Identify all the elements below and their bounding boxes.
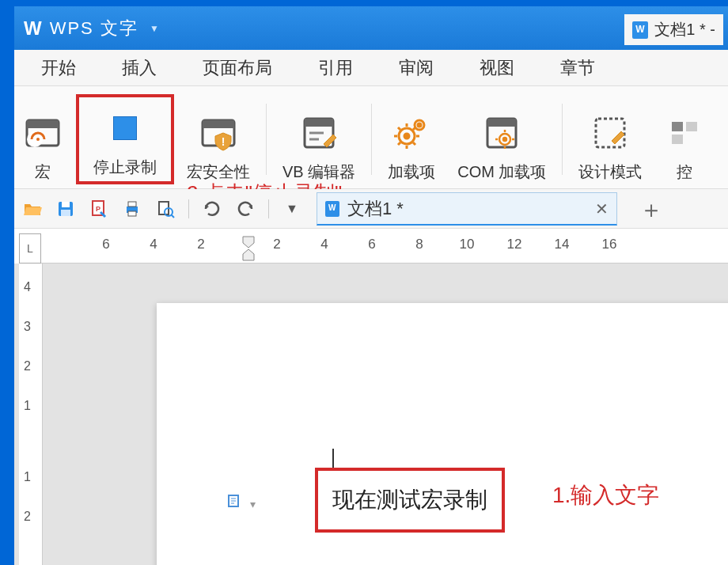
menu-sections[interactable]: 章节 [557, 51, 598, 85]
menu-insert[interactable]: 插入 [119, 51, 160, 85]
controls-button[interactable]: 控 [654, 96, 705, 183]
chevron-down-icon[interactable]: ▾ [250, 498, 256, 510]
stop-record-button[interactable]: 停止录制 [76, 94, 174, 184]
titlebar: W WPS 文字 ▼ 文档1 * - [14, 6, 728, 50]
menu-page-layout[interactable]: 页面布局 [199, 51, 275, 85]
design-mode-icon [590, 112, 631, 154]
svg-line-33 [171, 214, 174, 218]
svg-rect-5 [203, 120, 234, 128]
menubar: 开始 插入 页面布局 引用 审阅 视图 章节 [14, 50, 728, 86]
vb-editor-button[interactable]: VB 编辑器 [273, 96, 365, 183]
ribbon-divider [562, 104, 563, 175]
svg-rect-16 [487, 119, 516, 127]
ruler-area: L 6 4 2 2 4 6 8 10 12 14 16 [14, 229, 728, 264]
document-text[interactable]: 现在测试宏录制 [332, 487, 487, 512]
controls-icon [664, 112, 705, 154]
com-addins-icon [481, 112, 522, 154]
vertical-ruler[interactable]: 4 3 2 1 1 2 [19, 264, 43, 565]
document-page[interactable]: ▾ 现在测试宏录制 1.输入文字 [157, 303, 728, 565]
document-title-text: 文档1 * - [654, 19, 715, 40]
document-text-highlighted: 现在测试宏录制 [315, 468, 505, 533]
stop-record-icon [104, 108, 146, 149]
svg-rect-25 [61, 210, 70, 216]
design-mode-button[interactable]: 设计模式 [569, 96, 651, 183]
quick-access-bar: P ▼ 文档1 * ✕ ＋ [14, 189, 728, 229]
svg-rect-30 [128, 211, 136, 216]
save-icon[interactable] [55, 199, 76, 219]
toolbar-divider [268, 199, 269, 218]
annotation-input-text: 1.输入文字 [552, 480, 659, 510]
document-tab-label: 文档1 * [347, 197, 404, 221]
svg-rect-21 [686, 122, 697, 131]
new-tab-button[interactable]: ＋ [639, 194, 663, 226]
menu-references[interactable]: 引用 [315, 51, 356, 85]
svg-point-12 [404, 134, 409, 138]
toolbar-divider [188, 199, 189, 218]
macro-security-icon: ! [198, 112, 239, 154]
svg-text:P: P [96, 205, 100, 213]
svg-rect-24 [62, 202, 70, 207]
open-icon[interactable] [22, 199, 43, 219]
ribbon-divider [371, 104, 372, 175]
controls-label: 控 [677, 161, 692, 183]
document-tab[interactable]: 文档1 * ✕ [317, 192, 617, 226]
ribbon-bar: 宏 停止录制 ! 宏安全性 VB 编辑器 [14, 86, 728, 189]
svg-rect-1 [27, 120, 59, 128]
svg-rect-8 [305, 119, 333, 127]
ribbon-divider [266, 104, 267, 175]
svg-rect-22 [672, 135, 683, 144]
indent-marker-icon[interactable] [241, 235, 256, 259]
com-addins-label: COM 加载项 [457, 161, 546, 183]
document-icon [325, 201, 339, 217]
document-title-right: 文档1 * - [624, 14, 723, 45]
com-addins-button[interactable]: COM 加载项 [448, 96, 555, 183]
svg-point-3 [36, 138, 40, 141]
svg-point-18 [503, 138, 506, 141]
stop-record-label: 停止录制 [93, 157, 157, 178]
addins-icon [391, 112, 432, 154]
document-icon [632, 21, 648, 39]
ruler-corner[interactable]: L [19, 233, 41, 264]
menu-view[interactable]: 视图 [476, 51, 518, 85]
app-title: WPS 文字 [50, 17, 138, 40]
chevron-down-icon[interactable]: ▼ [150, 23, 159, 34]
redo-icon[interactable] [235, 199, 256, 219]
svg-text:!: ! [222, 135, 226, 148]
addins-button[interactable]: 加载项 [378, 96, 445, 183]
svg-point-14 [418, 123, 421, 127]
print-icon[interactable] [122, 199, 142, 219]
addins-label: 加载项 [388, 161, 435, 183]
more-dropdown-icon[interactable]: ▼ [282, 199, 302, 219]
close-tab-icon[interactable]: ✕ [595, 199, 609, 218]
document-area: 4 3 2 1 1 2 ▾ 现在测试宏录制 1.输入文字 [14, 264, 728, 565]
macro-icon [22, 112, 63, 154]
undo-icon[interactable] [202, 199, 222, 219]
macro-label: 宏 [35, 161, 51, 183]
svg-rect-20 [672, 122, 683, 131]
paragraph-mark-icon [226, 493, 242, 510]
svg-rect-29 [128, 202, 136, 207]
horizontal-ruler[interactable]: 6 4 2 2 4 6 8 10 12 14 16 [41, 233, 728, 264]
menu-review[interactable]: 审阅 [396, 51, 437, 85]
print-preview-icon[interactable] [155, 199, 176, 219]
design-mode-label: 设计模式 [578, 161, 642, 183]
svg-marker-34 [243, 237, 254, 248]
svg-marker-35 [243, 249, 254, 260]
vb-editor-icon [298, 112, 339, 154]
app-window: W WPS 文字 ▼ 文档1 * - 开始 插入 页面布局 引用 审阅 视图 章… [14, 6, 728, 565]
export-pdf-icon[interactable]: P [89, 199, 109, 219]
wps-logo-icon: W [24, 17, 42, 40]
macro-button[interactable]: 宏 [22, 96, 73, 183]
macro-security-button[interactable]: ! 宏安全性 [177, 96, 260, 183]
menu-start[interactable]: 开始 [38, 51, 79, 85]
